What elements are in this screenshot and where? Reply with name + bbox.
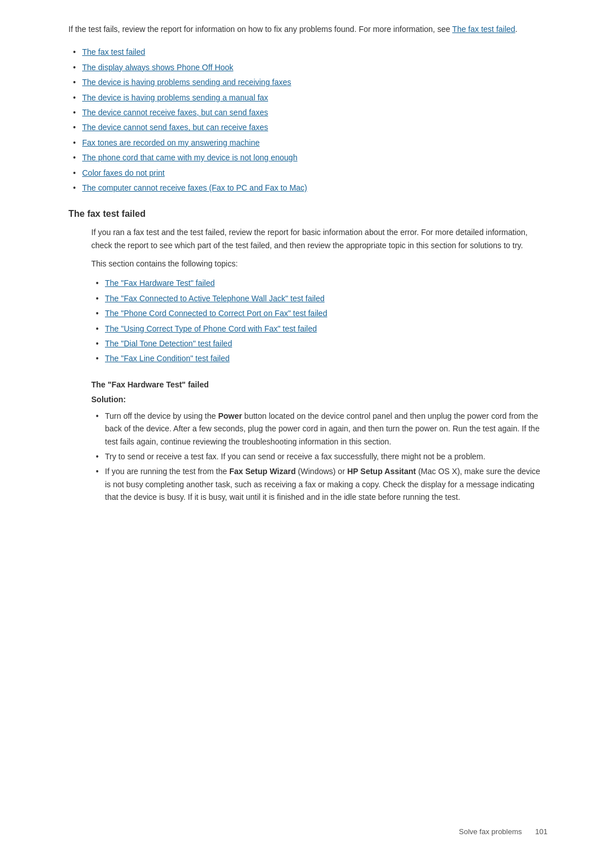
list-item: The "Phone Cord Connected to Correct Por…: [91, 306, 548, 321]
list-item: The device cannot send faxes, but can re…: [68, 120, 548, 135]
list-item-link[interactable]: The device cannot send faxes, but can re…: [82, 123, 268, 132]
intro-text1: If the test fails, review the report for…: [68, 25, 452, 34]
sub-list-item-link[interactable]: The "Phone Cord Connected to Correct Por…: [105, 309, 327, 318]
bullet3-bold1: Fax Setup Wizard: [229, 467, 296, 476]
subsection1-heading: The "Fax Hardware Test" failed: [91, 380, 548, 389]
bullet1-bold1: Power: [218, 411, 242, 421]
sub-links-list: The "Fax Hardware Test" failedThe "Fax C…: [91, 276, 548, 366]
intro-text2: .: [515, 25, 517, 34]
list-item: The device is having problems sending a …: [68, 90, 548, 105]
list-item-link[interactable]: Color faxes do not print: [82, 168, 165, 177]
list-item: The "Dial Tone Detection" test failed: [91, 336, 548, 351]
list-item: The phone cord that came with my device …: [68, 150, 548, 165]
list-item: The "Fax Connected to Active Telephone W…: [91, 291, 548, 306]
sub-list-item-link[interactable]: The "Fax Connected to Active Telephone W…: [105, 294, 325, 303]
solution-bullet-3: If you are running the test from the Fax…: [91, 464, 548, 504]
subsection1: The "Fax Hardware Test" failed Solution:…: [91, 380, 548, 505]
main-bullet-list: The fax test failedThe display always sh…: [68, 45, 548, 195]
page-content: If the test fails, review the report for…: [0, 0, 616, 564]
list-item: The "Using Correct Type of Phone Cord wi…: [91, 321, 548, 336]
list-item-link[interactable]: The device is having problems sending an…: [82, 78, 291, 87]
list-item: The computer cannot receive faxes (Fax t…: [68, 180, 548, 195]
footer-label: Solve fax problems: [459, 827, 522, 836]
bullet3-bold2: HP Setup Assitant: [347, 467, 416, 476]
list-item-link[interactable]: The fax test failed: [82, 47, 145, 56]
bullet3-text-before: If you are running the test from the: [105, 467, 229, 476]
sub-list-item-link[interactable]: The "Dial Tone Detection" test failed: [105, 339, 232, 348]
page-footer: Solve fax problems 101: [459, 827, 548, 836]
sub-list-item-link[interactable]: The "Using Correct Type of Phone Cord wi…: [105, 324, 317, 333]
list-item-link[interactable]: The display always shows Phone Off Hook: [82, 63, 233, 72]
list-item: Color faxes do not print: [68, 165, 548, 180]
list-item: The display always shows Phone Off Hook: [68, 60, 548, 75]
section1-para2: This section contains the following topi…: [91, 257, 548, 270]
list-item-link[interactable]: The phone cord that came with my device …: [82, 153, 297, 162]
solution-bullets: Turn off the device by using the Power b…: [91, 409, 548, 505]
list-item-link[interactable]: Fax tones are recorded on my answering m…: [82, 138, 260, 147]
footer-page: 101: [535, 827, 548, 836]
list-item: The "Fax Hardware Test" failed: [91, 276, 548, 290]
intro-link[interactable]: The fax test failed: [452, 25, 516, 34]
intro-paragraph: If the test fails, review the report for…: [68, 23, 548, 35]
section1-para1: If you ran a fax test and the test faile…: [91, 226, 548, 252]
list-item: The device cannot receive faxes, but can…: [68, 105, 548, 120]
solution-bullet-1: Turn off the device by using the Power b…: [91, 409, 548, 449]
list-item-link[interactable]: The computer cannot receive faxes (Fax t…: [82, 183, 307, 192]
list-item: The device is having problems sending an…: [68, 75, 548, 90]
bullet1-text-before: Turn off the device by using the: [105, 411, 218, 421]
section1-body: If you ran a fax test and the test faile…: [91, 226, 548, 504]
list-item: The "Fax Line Condition" test failed: [91, 351, 548, 366]
solution-bullet-2: Try to send or receive a test fax. If yo…: [91, 449, 548, 464]
list-item: Fax tones are recorded on my answering m…: [68, 135, 548, 150]
list-item-link[interactable]: The device is having problems sending a …: [82, 93, 268, 102]
list-item: The fax test failed: [68, 45, 548, 59]
bullet2-text: Try to send or receive a test fax. If yo…: [105, 452, 485, 461]
bullet3-text-mid1: (Windows) or: [295, 467, 347, 476]
sub-list-item-link[interactable]: The "Fax Hardware Test" failed: [105, 278, 215, 288]
list-item-link[interactable]: The device cannot receive faxes, but can…: [82, 108, 268, 117]
section1-heading: The fax test failed: [68, 209, 548, 219]
solution-label: Solution:: [91, 395, 548, 404]
sub-list-item-link[interactable]: The "Fax Line Condition" test failed: [105, 354, 230, 363]
